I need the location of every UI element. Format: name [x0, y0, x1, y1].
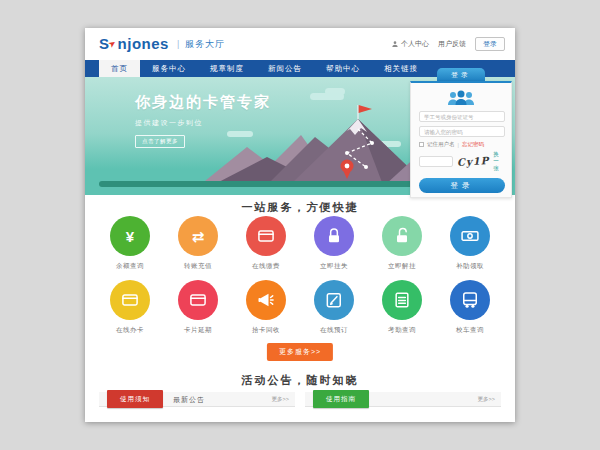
feedback-link[interactable]: 用户反馈	[438, 39, 466, 49]
tab-usage-guide[interactable]: 使用指南	[313, 390, 369, 408]
service-report-loss[interactable]: 立即挂失	[303, 216, 365, 271]
card-icon	[120, 290, 140, 310]
password-input[interactable]	[419, 126, 505, 137]
unlock-icon	[392, 226, 412, 246]
more-services-button[interactable]: 更多服务>>	[267, 343, 333, 361]
site-name: 服务大厅	[185, 38, 225, 51]
service-portal-page: S➤njones | 服务大厅 个人中心 用户反馈 登录 首页 服务中心 规章制…	[85, 28, 515, 422]
remember-label: 记住用户名	[427, 141, 455, 148]
banknote-icon	[460, 226, 480, 246]
notice-more-link[interactable]: 更多>>	[272, 392, 289, 407]
attendance-list-icon	[392, 290, 412, 310]
service-online-card-apply[interactable]: 在线办卡	[99, 280, 161, 335]
service-bus-inquiry[interactable]: 校车查询	[439, 280, 501, 335]
service-card-extension[interactable]: 卡片延期	[167, 280, 229, 335]
username-input[interactable]	[419, 111, 505, 122]
service-online-payment[interactable]: 在线缴费	[235, 216, 297, 271]
login-tab[interactable]: 登录	[437, 68, 485, 81]
captcha-input[interactable]	[419, 156, 453, 167]
service-transfer-recharge[interactable]: ⇄ 转账充值	[167, 216, 229, 271]
edit-icon	[324, 290, 344, 310]
card-icon	[188, 290, 208, 310]
service-attendance-inquiry[interactable]: 考勤查询	[371, 280, 433, 335]
credit-card-icon	[256, 226, 276, 246]
notice-panel-tabbar: 使用须知 最新公告 更多>>	[99, 392, 295, 407]
guide-panel: 使用指南 更多>>	[305, 392, 501, 407]
services-row-2: 在线办卡 卡片延期 拾卡回收 在线预订 考勤查询 校车查询	[99, 280, 501, 335]
bus-icon	[460, 290, 480, 310]
hero-cta-button[interactable]: 点击了解更多	[135, 135, 185, 148]
service-balance-inquiry[interactable]: ¥ 余额查询	[99, 216, 161, 271]
nav-item-news[interactable]: 新闻公告	[256, 60, 314, 77]
notice-panel: 使用须知 最新公告 更多>>	[99, 392, 295, 407]
forgot-password-link[interactable]: 忘记密码	[462, 141, 484, 148]
megaphone-icon	[256, 290, 276, 310]
transfer-arrows-icon: ⇄	[192, 229, 205, 244]
nav-item-help[interactable]: 帮助中心	[314, 60, 372, 77]
login-submit-button[interactable]: 登录	[419, 178, 505, 193]
service-subsidy-collection[interactable]: 补助领取	[439, 216, 501, 271]
nav-item-rules[interactable]: 规章制度	[198, 60, 256, 77]
lock-icon	[324, 226, 344, 246]
tab-latest-announcements[interactable]: 最新公告	[173, 392, 205, 407]
user-icon	[391, 40, 399, 48]
hero-subtitle: 提供建设一步到位	[135, 118, 271, 128]
service-cancel-loss[interactable]: 立即解挂	[371, 216, 433, 271]
nav-item-home[interactable]: 首页	[99, 60, 140, 77]
service-card-recovery[interactable]: 拾卡回收	[235, 280, 297, 335]
services-row-1: ¥ 余额查询 ⇄ 转账充值 在线缴费 立即挂失 立即解挂 补助领取	[99, 216, 501, 271]
logo-divider: |	[177, 39, 179, 49]
service-online-booking[interactable]: 在线预订	[303, 280, 365, 335]
tab-usage-notice[interactable]: 使用须知	[107, 390, 163, 408]
header-login-button[interactable]: 登录	[475, 37, 505, 51]
nav-item-service-center[interactable]: 服务中心	[140, 60, 198, 77]
hero-title: 你身边的卡管专家	[135, 93, 271, 112]
guide-panel-tabbar: 使用指南 更多>>	[305, 392, 501, 407]
login-panel: 登录 记住用户名 | 忘记密码 Cy1P 换一张	[410, 68, 512, 198]
activity-section-title: 活动公告，随时知晓	[85, 373, 515, 388]
services-section-title: 一站服务，方便快捷	[85, 200, 515, 215]
personal-center-link[interactable]: 个人中心	[391, 39, 429, 49]
captcha-refresh-link[interactable]: 换一张	[493, 151, 503, 172]
remember-checkbox[interactable]	[419, 142, 424, 147]
users-group-icon	[419, 90, 503, 106]
guide-more-link[interactable]: 更多>>	[478, 392, 495, 407]
site-header: S➤njones | 服务大厅 个人中心 用户反馈 登录	[85, 28, 515, 60]
captcha-image: Cy1P	[457, 155, 490, 168]
yen-icon: ¥	[126, 229, 134, 244]
logo: S➤njones	[99, 35, 169, 52]
